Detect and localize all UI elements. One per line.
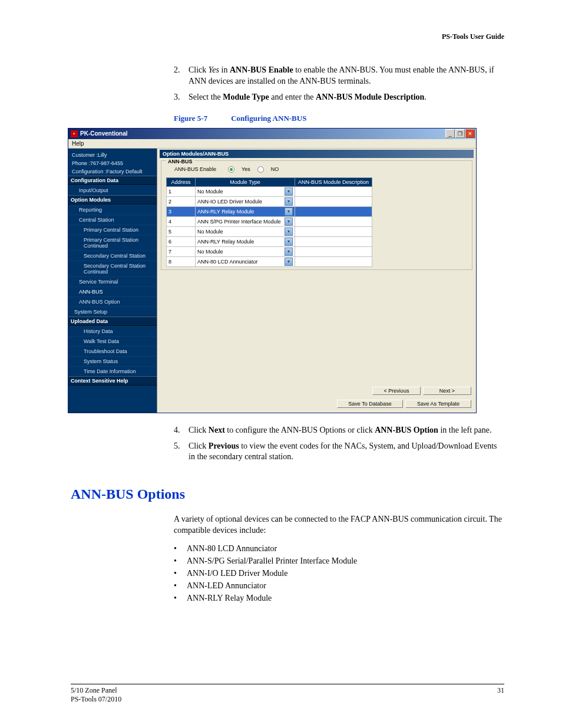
section-heading-ann-bus-options: ANN-BUS Options [71, 486, 504, 502]
cell-module-type[interactable]: ANN-RLY Relay Module▾ [196, 206, 295, 216]
cell-address: 5 [167, 226, 196, 236]
save-to-database-button[interactable]: Save To Database [337, 400, 403, 408]
col-address: Address [167, 177, 196, 186]
save-as-template-button[interactable]: Save As Template [405, 400, 471, 408]
app-icon: ▪ [71, 130, 78, 137]
phone-info: Phone :767-987-6455 [72, 160, 153, 168]
sidebar-item-secondary-cs-cont[interactable]: Secondary Central Station Continued [68, 261, 157, 276]
maximize-button[interactable]: ❐ [455, 129, 465, 138]
table-row[interactable]: 7No Module▾ [167, 246, 372, 256]
sidebar-item-time-date[interactable]: Time Date Information [68, 366, 157, 376]
sidebar-item-system-status[interactable]: System Status [68, 356, 157, 366]
radio-no-label: NO [271, 166, 279, 172]
table-row[interactable]: 4ANN S/PG Printer Interface Module▾ [167, 216, 372, 226]
cell-description[interactable] [295, 246, 372, 256]
step-text: Click Yes in ANN-BUS Enable to enable th… [189, 65, 504, 87]
sidebar-item-ann-bus-option[interactable]: ANN-BUS Option [68, 297, 157, 307]
module-grid: Address Module Type ANN-BUS Module Descr… [166, 177, 372, 267]
sidebar-item-ann-bus[interactable]: ANN-BUS [68, 286, 157, 297]
chevron-down-icon[interactable]: ▾ [285, 248, 293, 256]
col-module-type: Module Type [196, 177, 295, 186]
radio-no[interactable] [257, 166, 264, 173]
table-row[interactable]: 6ANN-RLY Relay Module▾ [167, 236, 372, 246]
sidebar-item-reporting[interactable]: Reporting [68, 205, 157, 215]
sidebar-header-uploaded[interactable]: Uploaded Data [68, 317, 157, 326]
cell-description[interactable] [295, 236, 372, 246]
cell-address: 7 [167, 246, 196, 256]
table-row[interactable]: 8ANN-80 LCD Annunciator▾ [167, 256, 372, 266]
pane-title: Option Modules/ANN-BUS [160, 150, 474, 158]
minimize-button[interactable]: _ [445, 129, 455, 138]
bullet-list: •ANN-80 LCD Annunciator•ANN-S/PG Serial/… [174, 542, 504, 604]
sidebar-item-history[interactable]: History Data [68, 326, 157, 336]
cell-module-type[interactable]: ANN S/PG Printer Interface Module▾ [196, 216, 295, 226]
sidebar-item-service-terminal[interactable]: Service Terminal [68, 276, 157, 286]
sidebar-header-option-modules[interactable]: Option Modules [68, 195, 157, 205]
table-row[interactable]: 3ANN-RLY Relay Module▾ [167, 206, 372, 216]
cell-module-type[interactable]: ANN-RLY Relay Module▾ [196, 236, 295, 246]
menu-bar: Help [68, 139, 476, 149]
cell-description[interactable] [295, 256, 372, 266]
step-number: 3. [174, 92, 189, 103]
cell-description[interactable] [295, 196, 372, 206]
customer-info: Customer :Lilly [72, 151, 153, 160]
sidebar-item-central-station[interactable]: Central Station [68, 215, 157, 225]
step-text: Select the Module Type and enter the ANN… [189, 92, 504, 103]
cell-module-type[interactable]: No Module▾ [196, 226, 295, 236]
sidebar-item-secondary-cs[interactable]: Secondary Central Station [68, 251, 157, 261]
sidebar: Customer :Lilly Phone :767-987-6455 Conf… [68, 149, 157, 413]
close-button[interactable]: ✕ [465, 129, 475, 138]
sidebar-header-ctx-help[interactable]: Context Sensitive Help [68, 376, 157, 386]
cell-module-type[interactable]: ANN-80 LCD Annunciator▾ [196, 256, 295, 266]
chevron-down-icon[interactable]: ▾ [285, 228, 293, 236]
cell-address: 4 [167, 216, 196, 226]
chevron-down-icon[interactable]: ▾ [285, 197, 293, 206]
chevron-down-icon[interactable]: ▾ [285, 187, 293, 196]
table-row[interactable]: 1No Module▾ [167, 186, 372, 196]
chevron-down-icon[interactable]: ▾ [285, 207, 293, 216]
list-item: •ANN-S/PG Serial/Parallel Printer Interf… [174, 555, 504, 567]
section-intro: A variety of optional devices can be con… [174, 514, 504, 536]
sidebar-item-primary-cs-cont[interactable]: Primary Central Station Continued [68, 235, 157, 251]
sidebar-item-system-setup[interactable]: System Setup [68, 307, 157, 317]
chevron-down-icon[interactable]: ▾ [285, 218, 293, 226]
list-item: •ANN-I/O LED Driver Module [174, 567, 504, 579]
cell-address: 6 [167, 236, 196, 246]
instructions-bottom: 4. Click Next to configure the ANN-BUS O… [174, 425, 504, 463]
previous-button[interactable]: < Previous [372, 387, 421, 395]
chevron-down-icon[interactable]: ▾ [285, 238, 293, 246]
cell-address: 2 [167, 196, 196, 206]
table-row[interactable]: 5No Module▾ [167, 226, 372, 236]
cell-module-type[interactable]: No Module▾ [196, 246, 295, 256]
cell-description[interactable] [295, 226, 372, 236]
cell-module-type[interactable]: ANN-IO LED Driver Module▾ [196, 196, 295, 206]
sidebar-item-primary-cs[interactable]: Primary Central Station [68, 225, 157, 235]
sidebar-item-walktest[interactable]: Walk Test Data [68, 336, 157, 346]
window-title: PK-Conventional [80, 130, 128, 137]
step-text: Click Next to configure the ANN-BUS Opti… [189, 425, 504, 436]
cell-address: 8 [167, 256, 196, 266]
figure-caption: Figure 5-7Configuring ANN-BUS [174, 114, 504, 123]
step-number: 4. [174, 425, 189, 436]
table-row[interactable]: 2ANN-IO LED Driver Module▾ [167, 196, 372, 206]
window-titlebar: ▪ PK-Conventional _ ❐ ✕ [68, 129, 476, 139]
radio-yes[interactable] [228, 166, 234, 173]
list-item: •ANN-80 LCD Annunciator [174, 542, 504, 555]
cell-description[interactable] [295, 206, 372, 216]
col-description: ANN-BUS Module Description [295, 177, 372, 186]
menu-help[interactable]: Help [72, 140, 84, 147]
step-text: Click Previous to view the event codes f… [189, 441, 504, 463]
sidebar-header-config[interactable]: Configuration Data [68, 176, 157, 185]
next-button[interactable]: Next > [423, 387, 471, 395]
radio-yes-label: Yes [242, 166, 250, 172]
fieldset-legend: ANN-BUS [166, 159, 194, 164]
cell-module-type[interactable]: No Module▾ [196, 186, 295, 196]
sidebar-item-troubleshoot[interactable]: Troubleshoot Data [68, 346, 157, 356]
main-pane: Option Modules/ANN-BUS ANN-BUS ANN-BUS E… [157, 149, 476, 413]
cell-description[interactable] [295, 216, 372, 226]
cell-address: 3 [167, 206, 196, 216]
chevron-down-icon[interactable]: ▾ [285, 258, 293, 266]
cell-description[interactable] [295, 186, 372, 196]
sidebar-item-input-output[interactable]: Input/Output [68, 185, 157, 195]
app-window: ▪ PK-Conventional _ ❐ ✕ Help Customer :L… [68, 128, 477, 413]
